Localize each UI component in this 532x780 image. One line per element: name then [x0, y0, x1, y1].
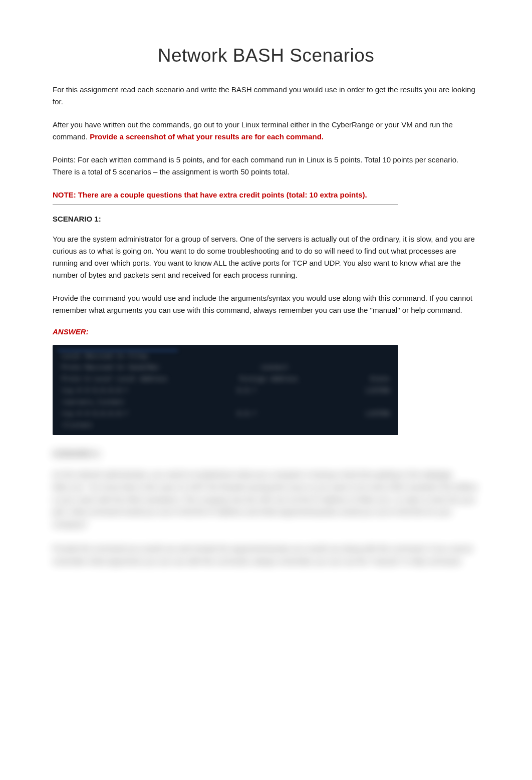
terminal-row: tcp 0 0 0.0.0.0:*0.0.*LISTEN	[62, 386, 389, 394]
intro-paragraph-1: For this assignment read each scenario a…	[53, 84, 479, 108]
extra-credit-note: NOTE: There are a couple questions that …	[53, 189, 479, 201]
terminal-row: Proto Q Local Local AddressForeign Addre…	[62, 375, 389, 382]
terminal-row: Proto Recvied In Send/Recconnect	[62, 363, 389, 371]
terminal-row: (servers_listen)	[62, 398, 389, 406]
page-title: Network BASH Scenarios	[53, 45, 479, 66]
screenshot-instruction: Provide a screenshot of what your result…	[90, 132, 324, 141]
terminal-row: Local Recvied In Filey	[62, 352, 389, 359]
intro-paragraph-2: After you have written out the commands,…	[53, 119, 479, 143]
terminal-screenshot: Local Recvied In Filey Proto Recvied In …	[53, 345, 398, 435]
scenario-2-heading: SCENARIO 2:	[53, 449, 479, 458]
terminal-selection	[58, 350, 178, 351]
scenario-1-body-1: You are the system administrator for a g…	[53, 233, 479, 281]
blurred-scenario-2: SCENARIO 2: As the network administrator…	[53, 449, 479, 567]
points-paragraph: Points: For each written command is 5 po…	[53, 154, 479, 178]
scenario-1-body-2: Provide the command you would use and in…	[53, 292, 479, 316]
document-page: Network BASH Scenarios For this assignme…	[0, 0, 532, 610]
answer-label: ANSWER:	[53, 327, 479, 336]
scenario-1-heading: SCENARIO 1:	[53, 215, 479, 223]
scenario-2-body-1: As the network administrator, you need t…	[53, 469, 479, 531]
note-divider	[53, 204, 398, 205]
terminal-row: (listen)	[62, 421, 389, 429]
terminal-row: tcp 0 0 0.0.0.0:*0.0.*LISTEN	[62, 410, 389, 417]
scenario-2-body-2: Provide the command you would use and in…	[53, 543, 479, 568]
